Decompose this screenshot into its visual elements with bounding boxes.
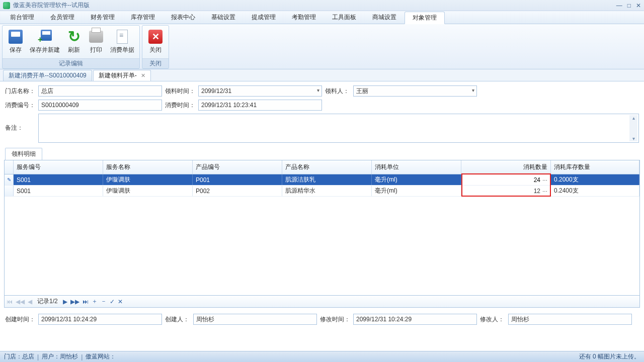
record-indicator: 记录1/2: [37, 297, 58, 306]
refresh-icon: ↻: [68, 30, 80, 43]
remark-scrollbar[interactable]: ▴▾: [629, 115, 637, 141]
qty-cell[interactable]: 12···: [461, 186, 551, 196]
minimize-button[interactable]: —: [616, 2, 622, 9]
modifier-input: 周怡杉: [508, 314, 632, 325]
refresh-button[interactable]: ↻ 刷新: [63, 27, 85, 57]
window-title: 傲蓝美容院管理软件--试用版: [13, 1, 90, 10]
col-unit[interactable]: 消耗单位: [372, 160, 461, 174]
footer-form: 创建时间： 2099/12/31 10:24:29 创建人： 周怡杉 修改时间：…: [0, 311, 644, 328]
consume-doc-label: 消费单据: [110, 46, 134, 54]
nav-delete[interactable]: －: [101, 297, 107, 306]
remark-input[interactable]: ▴▾: [38, 114, 639, 143]
col-service-name[interactable]: 服务名称: [103, 160, 193, 174]
maximize-button[interactable]: □: [627, 2, 631, 9]
nav-cancel[interactable]: ✕: [118, 298, 123, 305]
close-window-button[interactable]: ✕: [636, 2, 641, 9]
picker-input[interactable]: 王丽: [353, 85, 477, 97]
print-icon: [89, 31, 103, 43]
consume-doc-button[interactable]: 消费单据: [107, 27, 137, 57]
menu-stock[interactable]: 库存管理: [123, 11, 163, 24]
create-time-input: 2099/12/31 10:24:29: [38, 314, 162, 325]
save-new-button[interactable]: + 保存并新建: [27, 27, 63, 57]
cell: 0.2000支: [551, 174, 639, 185]
nav-prev-page[interactable]: ◀◀: [16, 298, 25, 305]
remark-label: 备注：: [5, 114, 35, 132]
ribbon-group-edit-caption: 记录编辑: [3, 58, 139, 68]
grid-indicator-header: [5, 160, 14, 174]
status-bar: 门店：总店 | 用户：周怡杉 | 傲蓝网站： 还有 0 幅图片未上传。: [0, 351, 644, 362]
save-new-icon: +: [38, 30, 52, 44]
document-tabs: 新建消费开单--S0010000409 新建领料开单-✕: [0, 69, 644, 81]
cell: 0.2400支: [551, 186, 639, 196]
doc-tab-material[interactable]: 新建领料开单-✕: [93, 70, 151, 81]
menu-front[interactable]: 前台管理: [2, 11, 42, 24]
cell: 肌源精华水: [282, 186, 372, 196]
pick-time-input[interactable]: 2099/12/31: [198, 85, 322, 97]
consume-time-input[interactable]: 2099/12/31 10:23:41: [198, 100, 322, 111]
picker-label: 领料人：: [325, 87, 350, 96]
print-label: 打印: [90, 46, 102, 54]
doc-tab-0-label: 新建消费开单--S0010000409: [9, 71, 87, 80]
grid-header: 服务编号 服务名称 产品编号 产品名称 消耗单位 消耗数量 消耗库存数量: [5, 160, 639, 174]
menu-basic[interactable]: 基础设置: [203, 11, 244, 24]
menu-tools[interactable]: 工具面板: [324, 11, 364, 24]
nav-last[interactable]: ⏭: [83, 298, 89, 305]
header-form: 门店名称： 总店 领料时间： 2099/12/31 领料人： 王丽 消费编号： …: [0, 81, 644, 148]
create-time-label: 创建时间：: [5, 315, 35, 324]
doc-tab-consume[interactable]: 新建消费开单--S0010000409: [3, 70, 92, 81]
save-label: 保存: [10, 46, 22, 54]
menu-member[interactable]: 会员管理: [42, 11, 83, 24]
row-indicator-icon: [5, 186, 14, 196]
col-product-no[interactable]: 产品编号: [193, 160, 282, 174]
modify-time-label: 修改时间：: [320, 315, 350, 324]
table-row[interactable]: S001 伊璇调肤 P002 肌源精华水 毫升(ml) 12··· 0.2400…: [5, 186, 639, 197]
print-button[interactable]: 打印: [85, 27, 107, 57]
store-input[interactable]: 总店: [38, 85, 162, 97]
ellipsis-button-icon[interactable]: ···: [542, 188, 547, 195]
nav-next[interactable]: ▶: [63, 298, 67, 305]
refresh-label: 刷新: [68, 46, 80, 54]
col-stock-qty[interactable]: 消耗库存数量: [551, 160, 639, 174]
ellipsis-button-icon[interactable]: ···: [542, 176, 547, 184]
creator-input: 周怡杉: [193, 314, 317, 325]
store-label: 门店名称：: [5, 87, 35, 96]
cell: 毫升(ml): [372, 174, 461, 185]
menu-finance[interactable]: 财务管理: [83, 11, 123, 24]
nav-next-page[interactable]: ▶▶: [70, 298, 79, 305]
save-button[interactable]: 保存: [5, 27, 27, 57]
nav-prev[interactable]: ◀: [28, 298, 32, 305]
menu-object[interactable]: 对象管理: [405, 12, 445, 24]
menu-commission[interactable]: 提成管理: [244, 11, 284, 24]
cell: S001: [14, 174, 103, 185]
status-upload: 还有 0 幅图片未上传。: [579, 352, 640, 361]
col-service-no[interactable]: 服务编号: [14, 160, 103, 174]
creator-label: 创建人：: [165, 315, 190, 324]
ribbon-group-close: ✕ 关闭 关闭: [142, 25, 169, 69]
status-site[interactable]: 傲蓝网站：: [86, 352, 116, 361]
consume-time-label: 消费时间：: [165, 101, 195, 110]
consume-no-input[interactable]: S0010000409: [38, 100, 162, 111]
doc-tab-1-label: 新建领料开单-: [99, 71, 137, 80]
document-icon: [117, 30, 128, 44]
ribbon: 保存 + 保存并新建 ↻ 刷新 打印 消费单据 记录编辑 ✕: [0, 24, 644, 69]
menu-mall[interactable]: 商城设置: [364, 11, 405, 24]
nav-first[interactable]: ⏮: [7, 298, 13, 305]
cell: 伊璇调肤: [103, 186, 193, 196]
detail-grid: 服务编号 服务名称 产品编号 产品名称 消耗单位 消耗数量 消耗库存数量 ✎ S…: [4, 160, 640, 296]
save-icon: [9, 30, 23, 44]
doc-tab-close-icon[interactable]: ✕: [141, 72, 145, 79]
nav-add[interactable]: ＋: [92, 297, 98, 306]
qty-editor-cell[interactable]: 24···: [461, 174, 551, 185]
menu-attendance[interactable]: 考勤管理: [284, 11, 324, 24]
nav-confirm[interactable]: ✓: [110, 298, 115, 305]
menu-report[interactable]: 报表中心: [163, 11, 203, 24]
status-store: 门店：总店: [4, 352, 34, 361]
modify-time-input: 2099/12/31 10:24:29: [353, 314, 477, 325]
status-user: 用户：周怡杉: [42, 352, 78, 361]
close-icon: ✕: [148, 30, 163, 44]
col-qty[interactable]: 消耗数量: [461, 160, 551, 174]
table-row[interactable]: ✎ S001 伊璇调肤 P001 肌源洁肤乳 毫升(ml) 24··· 0.20…: [5, 174, 639, 186]
detail-tab[interactable]: 领料明细: [5, 148, 42, 160]
col-product-name[interactable]: 产品名称: [282, 160, 372, 174]
close-button[interactable]: ✕ 关闭: [144, 27, 167, 57]
